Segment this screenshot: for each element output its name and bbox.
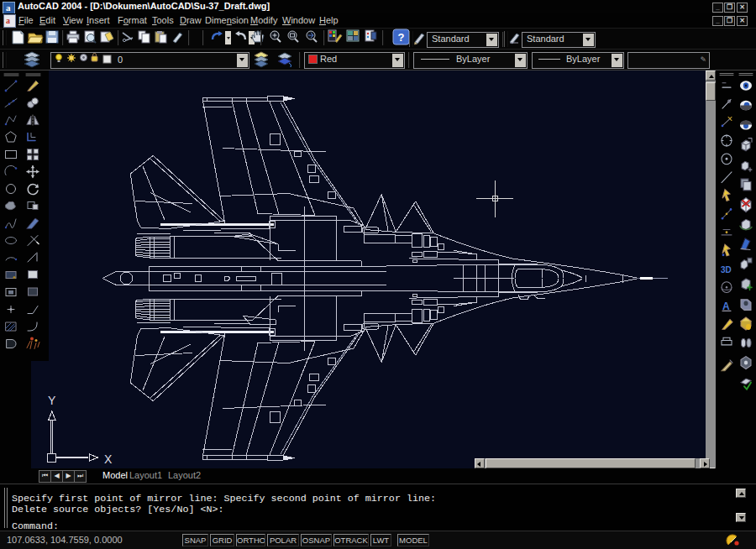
svg-text:X: X (104, 452, 113, 466)
svg-text:3D: 3D (721, 264, 732, 274)
svg-text:0: 0 (118, 55, 123, 65)
svg-text:Y: Y (48, 394, 56, 407)
